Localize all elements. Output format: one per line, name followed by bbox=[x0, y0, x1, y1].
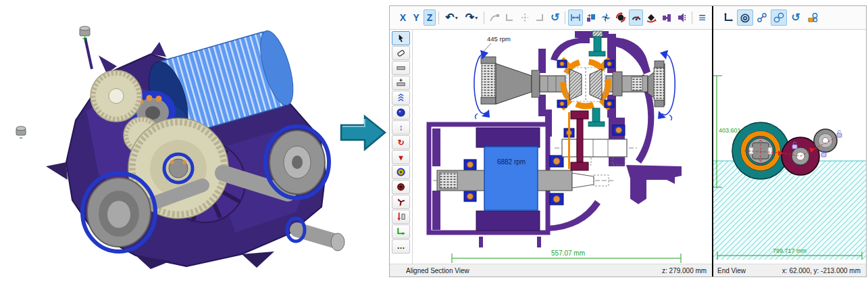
sketch-mode-icon[interactable] bbox=[487, 9, 501, 26]
end-view-pane: ◎ ↺ bbox=[713, 6, 866, 277]
more-tools-button[interactable]: … bbox=[392, 239, 410, 254]
output-shaft-left bbox=[481, 57, 565, 104]
gearbox-3d-render bbox=[5, 9, 357, 279]
redo-button[interactable]: ↷▾ bbox=[462, 9, 481, 26]
select-tool[interactable] bbox=[392, 31, 410, 45]
vertical-move-tool[interactable]: ↕ bbox=[392, 120, 410, 135]
rotation-group-icon[interactable] bbox=[598, 9, 613, 26]
screenshot-root: X Y Z ↶▾ ↷▾ ↺ bbox=[0, 0, 868, 288]
gauge-icon[interactable] bbox=[629, 9, 643, 26]
torque-icon[interactable] bbox=[614, 9, 628, 26]
axis-origin-icon[interactable] bbox=[720, 9, 736, 26]
rotor bbox=[484, 147, 538, 210]
component-offset-icon[interactable] bbox=[584, 9, 598, 26]
load-arrow-tool[interactable] bbox=[392, 210, 410, 224]
bearing-tool[interactable] bbox=[392, 105, 410, 120]
toolbar-separator bbox=[438, 11, 439, 24]
concentric-view-icon[interactable]: ◎ bbox=[737, 9, 753, 26]
shaft-add-tool[interactable] bbox=[392, 76, 410, 90]
section-statusbar: Aligned Section View z: 279.000 mm bbox=[390, 264, 712, 277]
axis-x-button[interactable]: X bbox=[397, 9, 409, 26]
main-toolbar: X Y Z ↶▾ ↷▾ ↺ bbox=[390, 6, 712, 30]
undo-button[interactable]: ↶▾ bbox=[442, 9, 461, 26]
endview-width-label: 799.717 mm bbox=[773, 247, 807, 254]
refresh-view-icon[interactable]: ↺ bbox=[548, 9, 562, 26]
cylinder-group-icon[interactable] bbox=[805, 9, 821, 26]
section-view-name: Aligned Section View bbox=[394, 267, 469, 274]
route-tool[interactable] bbox=[392, 224, 410, 239]
motor-rpm-label: 6882 rpm bbox=[497, 158, 526, 166]
endview-toolbar: ◎ ↺ bbox=[713, 6, 866, 30]
rotation-tool[interactable]: ↻ bbox=[392, 135, 410, 149]
measure-icon[interactable] bbox=[568, 9, 582, 26]
left-toolstrip: ↕ ↻ ▾ bbox=[390, 30, 413, 264]
cad-window: X Y Z ↶▾ ↷▾ ↺ bbox=[389, 5, 867, 277]
intermediate-shaft bbox=[555, 125, 637, 165]
width-dimension-label: 557.07 mm bbox=[551, 249, 585, 257]
corner-left-icon[interactable] bbox=[503, 9, 517, 26]
housing-bell-icon[interactable] bbox=[674, 9, 688, 26]
turbine-tool[interactable] bbox=[392, 195, 410, 209]
teal-gear-end bbox=[732, 122, 789, 179]
axis-y-button[interactable]: Y bbox=[410, 9, 423, 26]
power-flow-icon[interactable] bbox=[644, 9, 658, 26]
flow-arrow bbox=[340, 112, 387, 154]
gear-tool[interactable] bbox=[392, 165, 410, 179]
connect-points-icon[interactable] bbox=[754, 9, 770, 26]
differential bbox=[557, 59, 614, 109]
ground-hatch bbox=[713, 161, 866, 260]
toolbar-separator bbox=[484, 11, 484, 24]
rotate-endview-icon[interactable]: ↺ bbox=[788, 9, 804, 26]
section-content: ↕ ↻ ▾ bbox=[390, 30, 712, 264]
disc-tool[interactable] bbox=[392, 180, 410, 194]
bolt-left-3d bbox=[16, 126, 26, 138]
small-gear-3d bbox=[91, 70, 142, 122]
centerline-icon[interactable] bbox=[517, 9, 532, 26]
axis-z-button[interactable]: Z bbox=[424, 9, 436, 26]
corner-right-icon[interactable] bbox=[533, 9, 547, 26]
connect-circles-icon[interactable] bbox=[771, 9, 787, 26]
eraser-tool[interactable] bbox=[392, 46, 410, 60]
marker-tool[interactable]: ▾ bbox=[392, 150, 410, 164]
section-coordinate: z: 279.000 mm bbox=[662, 267, 707, 274]
toolbar-separator bbox=[692, 11, 692, 24]
endview-name: End View bbox=[717, 267, 746, 274]
stub-shaft-3d bbox=[287, 218, 344, 251]
shaft-segment-tool[interactable] bbox=[392, 61, 410, 75]
endview-coordinate: x: 62.000, y: -213.000 mm bbox=[782, 267, 861, 274]
section-pane: X Y Z ↶▾ ↷▾ ↺ bbox=[390, 6, 712, 277]
bolt-top-3d bbox=[80, 26, 90, 41]
endview-statusbar: End View x: 62.000, y: -213.000 mm bbox=[713, 264, 866, 277]
end-view-canvas[interactable]: 403.601 mm bbox=[713, 30, 866, 264]
menu-button[interactable]: ≡ bbox=[695, 9, 709, 26]
spring-tool[interactable] bbox=[392, 91, 410, 105]
component-pair-icon[interactable] bbox=[659, 9, 673, 26]
output-rpm-label: 445 rpm bbox=[487, 35, 511, 43]
gray-gear-end bbox=[814, 129, 837, 152]
section-view-canvas[interactable]: 6882 rpm bbox=[413, 30, 712, 264]
toolbar-separator bbox=[565, 11, 565, 24]
